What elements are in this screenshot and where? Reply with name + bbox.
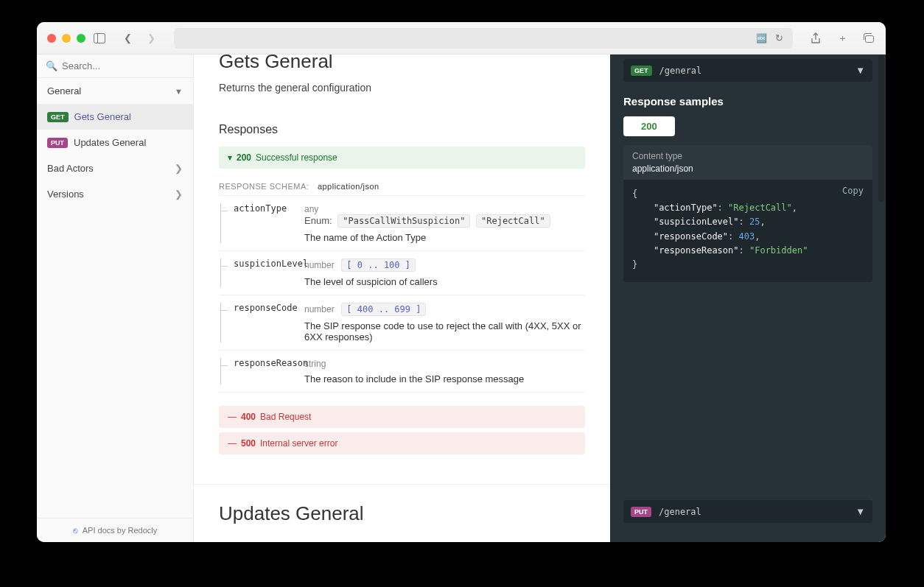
endpoint-path: /general <box>659 507 848 517</box>
field-row: responseReason string The reason to incl… <box>219 351 585 393</box>
schema-label: RESPONSE SCHEMA: application/json <box>219 182 585 191</box>
json-key: "responseCode" <box>654 231 728 242</box>
content-scroll[interactable]: Gets General Returns the general configu… <box>194 55 886 542</box>
response-400-row[interactable]: — 400 Bad Request <box>219 406 585 428</box>
response-samples-title: Response samples <box>623 95 872 108</box>
field-name: responseCode <box>219 303 304 342</box>
field-body: number [ 0 .. 100 ] The level of suspici… <box>304 259 585 287</box>
sidebar: 🔍 General ▼ GET Gets General PUT Updates… <box>37 55 194 542</box>
copy-button[interactable]: Copy <box>842 184 864 198</box>
chevron-right-icon: — <box>228 412 237 422</box>
json-key: "responseReason" <box>654 245 739 256</box>
section-title: Updates General <box>219 502 585 525</box>
tabs-icon[interactable] <box>862 32 875 45</box>
app-body: 🔍 General ▼ GET Gets General PUT Updates… <box>37 55 886 542</box>
chevron-down-icon: ▾ <box>228 152 232 163</box>
content-type-value: application/json <box>632 164 864 174</box>
back-icon[interactable]: ❮ <box>121 32 134 45</box>
zoom-dot[interactable] <box>77 34 85 43</box>
browser-window: ❮ ❯ 🔤 ↻ ＋ 🔍 General ▼ GET Gets General <box>37 22 886 542</box>
endpoint-bar-put[interactable]: PUT /general ▼ <box>623 500 872 523</box>
forward-icon[interactable]: ❯ <box>144 32 158 45</box>
response-text: Bad Request <box>260 412 311 422</box>
nav-group-versions[interactable]: Versions ❯ <box>37 181 193 207</box>
reload-icon[interactable]: ↻ <box>772 32 785 45</box>
method-badge-put: PUT <box>631 507 651 517</box>
response-200-row[interactable]: ▾ 200 Successful response <box>219 147 585 169</box>
chevron-right-icon: ❯ <box>175 163 183 174</box>
response-500-row[interactable]: — 500 Internal server error <box>219 432 585 454</box>
nav-group-bad-actors[interactable]: Bad Actors ❯ <box>37 155 193 181</box>
right-column: GET /general ▼ Response samples 200 Cont… <box>610 55 886 542</box>
section-desc: Returns the general configuration <box>219 82 585 94</box>
json-value: 25 <box>749 217 760 227</box>
nav-group-label: Versions <box>47 189 84 200</box>
field-body: any Enum: "PassCallWithSuspicion" "Rejec… <box>304 203 585 243</box>
address-bar[interactable]: 🔤 ↻ <box>174 28 793 49</box>
field-type: any <box>304 204 318 214</box>
schema-table: actionType any Enum: "PassCallWithSuspic… <box>219 195 585 393</box>
footer-credit: ⎋ API docs by Redocly <box>37 518 193 542</box>
sidebar-toggle-icon[interactable] <box>93 32 106 45</box>
field-row: responseCode number [ 400 .. 699 ] The S… <box>219 295 585 351</box>
method-badge-get: GET <box>631 66 652 76</box>
field-type: number <box>304 304 335 314</box>
field-constraint: [ 0 .. 100 ] <box>341 259 416 272</box>
code-header: Content type application/json <box>623 145 872 180</box>
field-desc: The level of suspicion of callers <box>304 276 585 287</box>
endpoint-bar-get[interactable]: GET /general ▼ <box>623 59 872 82</box>
responses-heading: Responses <box>219 123 585 136</box>
field-body: number [ 400 .. 699 ] The SIP response c… <box>304 303 585 342</box>
window-controls <box>47 34 85 43</box>
search-icon: 🔍 <box>46 60 57 71</box>
chevron-down-icon: ▼ <box>855 65 865 76</box>
close-dot[interactable] <box>47 34 56 43</box>
search-box[interactable]: 🔍 <box>37 55 193 78</box>
response-text: Internal server error <box>260 438 337 449</box>
titlebar: ❮ ❯ 🔤 ↻ ＋ <box>37 22 886 55</box>
enum-value: "PassCallWithSuspicion" <box>337 214 470 228</box>
field-name: suspicionLevel <box>219 259 304 287</box>
nav-group-label: Bad Actors <box>47 163 94 174</box>
field-type: number <box>304 260 335 270</box>
new-tab-icon[interactable]: ＋ <box>836 32 849 45</box>
nav-item-updates-general[interactable]: PUT Updates General <box>37 130 193 155</box>
scrollbar[interactable] <box>878 55 884 202</box>
json-value: "RejectCall" <box>728 203 792 213</box>
nav-item-gets-general[interactable]: GET Gets General <box>37 104 193 130</box>
nav-item-label: Gets General <box>74 111 131 122</box>
main-column: Gets General Returns the general configu… <box>194 55 610 542</box>
toolbar-right: ＋ <box>809 32 875 45</box>
method-badge-put: PUT <box>47 138 68 148</box>
section-title: Gets General <box>219 55 585 73</box>
field-name: responseReason <box>219 358 304 384</box>
field-row: suspicionLevel number [ 0 .. 100 ] The l… <box>219 251 585 295</box>
response-code: 500 <box>241 438 256 449</box>
schema-label-text: RESPONSE SCHEMA: <box>219 182 309 191</box>
code-sample-box: Content type application/json Copy { "ac… <box>623 145 872 282</box>
endpoint-path: /general <box>659 66 849 76</box>
enum-label: Enum: <box>304 215 332 226</box>
share-icon[interactable] <box>809 32 822 45</box>
field-desc: The SIP response code to use to reject t… <box>304 320 585 342</box>
schema-content-type: application/json <box>318 182 379 191</box>
field-name: actionType <box>219 203 304 243</box>
field-body: string The reason to include in the SIP … <box>304 358 585 384</box>
search-input[interactable] <box>62 60 184 71</box>
field-row: actionType any Enum: "PassCallWithSuspic… <box>219 196 585 251</box>
json-key: "suspicionLevel" <box>654 217 739 227</box>
enum-value: "RejectCall" <box>476 214 550 228</box>
method-badge-get: GET <box>47 112 69 122</box>
nav-item-label: Updates General <box>74 137 146 148</box>
json-value: "Forbidden" <box>749 245 808 256</box>
nav-group-general[interactable]: General ▼ <box>37 78 193 104</box>
field-constraint: [ 400 .. 699 ] <box>341 303 426 316</box>
sample-tab-200[interactable]: 200 <box>623 116 675 136</box>
code-body: Copy { "actionType": "RejectCall", "susp… <box>623 180 872 282</box>
reader-icon[interactable]: 🔤 <box>755 32 768 45</box>
minimize-dot[interactable] <box>62 34 71 43</box>
response-code: 200 <box>237 152 251 163</box>
svg-rect-0 <box>94 33 105 43</box>
svg-rect-2 <box>866 35 874 42</box>
chevron-right-icon: — <box>228 438 237 449</box>
